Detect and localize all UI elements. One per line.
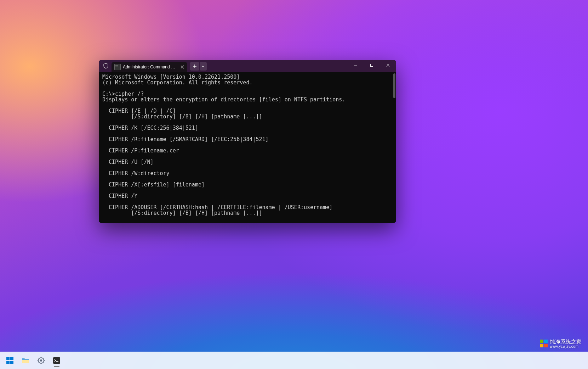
terminal-output[interactable]: Microsoft Windows [Version 10.0.22621.25… <box>99 72 396 223</box>
watermark-url: www.ycwjzy.com <box>550 345 582 348</box>
scrollbar-thumb[interactable] <box>393 73 395 98</box>
terminal-taskbar-button[interactable] <box>50 353 64 368</box>
taskbar <box>0 352 588 369</box>
minimize-button[interactable] <box>347 60 364 71</box>
window-controls <box>347 60 396 71</box>
tab-dropdown-button[interactable] <box>200 62 207 71</box>
watermark-title: 纯净系统之家 <box>550 339 582 345</box>
start-button[interactable] <box>3 353 17 368</box>
tab-title: Administrator: Command Pro <box>123 65 177 69</box>
svg-rect-5 <box>22 360 29 363</box>
svg-rect-8 <box>53 357 60 364</box>
close-button[interactable] <box>380 60 396 71</box>
svg-rect-4 <box>10 361 13 364</box>
svg-rect-3 <box>6 361 10 364</box>
svg-rect-2 <box>10 357 13 360</box>
terminal-tab[interactable]: Administrator: Command Pro <box>112 62 187 72</box>
tab-close-button[interactable] <box>179 64 185 70</box>
shield-icon <box>102 62 110 70</box>
settings-button[interactable] <box>34 353 48 368</box>
svg-rect-0 <box>371 64 373 67</box>
watermark: 纯净系统之家 www.ycwjzy.com <box>540 339 582 348</box>
cmd-icon <box>114 64 121 70</box>
window-titlebar[interactable]: Administrator: Command Pro <box>99 60 396 72</box>
terminal-window: Administrator: Command Pro Microsoft Win… <box>99 60 396 223</box>
terminal-text: Microsoft Windows [Version 10.0.22621.25… <box>102 74 345 216</box>
file-explorer-button[interactable] <box>18 353 33 368</box>
svg-rect-1 <box>6 357 10 360</box>
svg-point-7 <box>40 359 42 362</box>
new-tab-button[interactable] <box>190 62 199 71</box>
scrollbar[interactable] <box>393 73 395 222</box>
maximize-button[interactable] <box>364 60 380 71</box>
watermark-logo-icon <box>540 340 548 347</box>
